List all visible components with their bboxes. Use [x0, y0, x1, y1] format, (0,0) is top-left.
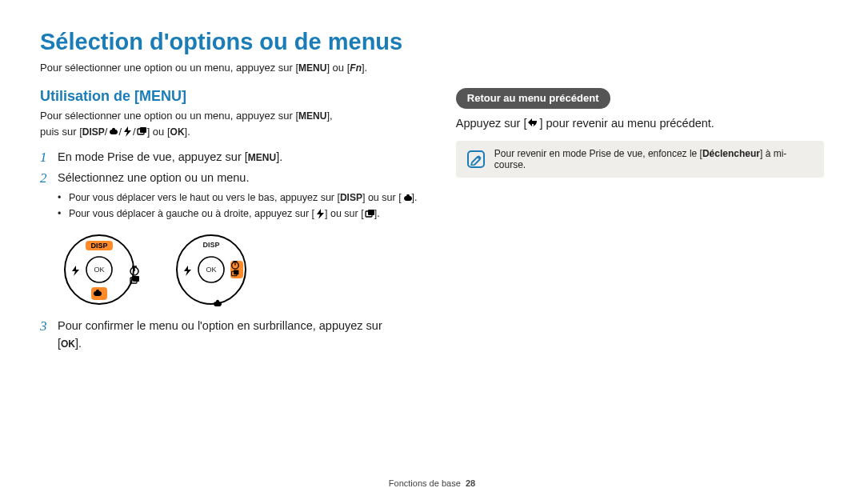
ok-label: OK	[94, 266, 104, 274]
step-item: 3 Pour confirmer le menu ou l'option en …	[40, 318, 424, 353]
macro-icon	[402, 192, 412, 202]
flash-icon	[314, 208, 325, 218]
note-text: Pour revenir en mode Prise de vue, enfon…	[494, 148, 813, 170]
menu-glyph: MENU	[298, 62, 326, 74]
timer-burst-highlighted	[230, 261, 243, 278]
macro-icon	[107, 126, 118, 137]
intro-text: Pour sélectionner une option ou un menu,…	[40, 62, 824, 74]
ok-glyph: OK	[170, 125, 185, 139]
section-description: Pour sélectionner une option ou un menu,…	[40, 108, 424, 139]
substep-item: Pour vous déplacer vers le haut ou vers …	[58, 190, 424, 206]
step-item: 2 Sélectionnez une option ou un menu.	[40, 170, 424, 187]
left-column: Utilisation de [MENU] Pour sélectionner …	[40, 88, 424, 355]
step-number: 3	[40, 318, 58, 353]
note-box: Pour revenir en mode Prise de vue, enfon…	[456, 141, 824, 178]
disp-label: DISP	[174, 241, 248, 249]
step-item: 1 En mode Prise de vue, appuyez sur [MEN…	[40, 149, 424, 166]
nav-dial-horizontal: DISP OK	[174, 233, 248, 306]
nav-dial-row: DISP OK DISP OK	[62, 233, 424, 306]
disp-glyph: DISP	[82, 125, 105, 139]
ok-glyph: OK	[61, 337, 75, 351]
back-icon	[526, 116, 539, 129]
nav-dial-vertical: DISP OK	[62, 233, 136, 306]
menu-glyph: MENU	[298, 109, 326, 123]
disp-glyph: DISP	[340, 190, 362, 206]
section-heading: Utilisation de [MENU]	[40, 88, 424, 105]
substep-item: Pour vous déplacer à gauche ou à droite,…	[58, 206, 424, 222]
right-column: Retour au menu précédent Appuyez sur [] …	[456, 88, 824, 355]
back-description: Appuyez sur [] pour revenir au menu préc…	[456, 115, 824, 133]
burst-icon	[136, 126, 147, 137]
step-number: 2	[40, 170, 58, 187]
menu-glyph: MENU	[248, 150, 276, 165]
page-title: Sélection d'options ou de menus	[40, 29, 824, 55]
macro-highlighted	[91, 287, 107, 300]
page-footer: Fonctions de base 28	[0, 478, 864, 488]
disp-label-highlighted: DISP	[86, 241, 113, 250]
note-icon	[467, 150, 485, 168]
ok-label: OK	[206, 266, 216, 274]
burst-icon	[364, 208, 374, 218]
fn-glyph: Fn	[350, 62, 362, 74]
step-number: 1	[40, 149, 58, 166]
flash-icon	[122, 126, 133, 137]
back-pill-heading: Retour au menu précédent	[456, 88, 610, 109]
